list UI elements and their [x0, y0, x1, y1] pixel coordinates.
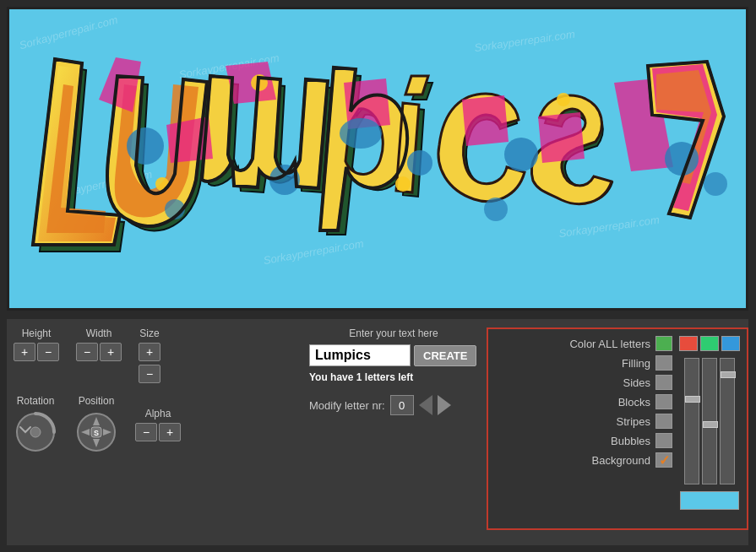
sides-swatch[interactable] [655, 375, 672, 390]
size-plus-btn[interactable]: + [139, 343, 160, 361]
alpha-minus-btn[interactable]: − [135, 423, 157, 441]
bubbles-label: Bubbles [574, 435, 650, 447]
blue-swatch[interactable] [721, 336, 740, 351]
alpha-control: Alpha − + [135, 408, 181, 441]
rgb-buttons-row [679, 336, 740, 351]
width-minus-btn[interactable]: − [76, 343, 98, 361]
slider-thumb-3[interactable] [721, 371, 736, 378]
letters-left-text: You have 1 letters left [309, 371, 478, 383]
slider-thumb-2[interactable] [703, 421, 718, 428]
svg-point-10 [557, 93, 570, 106]
bubbles-swatch[interactable] [655, 433, 672, 448]
position-control: Position S [74, 395, 118, 454]
text-input-row: CREATE [309, 344, 478, 366]
graffiti-text [9, 9, 746, 308]
modify-label: Modify letter nr: [309, 399, 385, 412]
height-plus-btn[interactable]: + [14, 343, 35, 361]
svg-point-3 [504, 138, 538, 171]
stripes-row: Stripes [495, 414, 672, 429]
svg-point-12 [704, 172, 727, 196]
svg-text:S: S [94, 429, 99, 437]
blocks-swatch[interactable] [655, 394, 672, 409]
letters-left-count: 1 [356, 371, 362, 383]
blocks-label: Blocks [574, 396, 650, 409]
slider-track-1[interactable] [684, 358, 699, 484]
sides-label: Sides [574, 376, 650, 389]
create-button[interactable]: CREATE [414, 345, 476, 366]
bubbles-row: Bubbles [495, 433, 672, 448]
slider-col-3 [720, 358, 735, 484]
filling-label: Filling [574, 357, 650, 370]
slider-col-2 [702, 358, 717, 484]
svg-point-5 [484, 198, 508, 221]
slider-track-2[interactable] [702, 358, 717, 484]
rotation-label: Rotation [17, 395, 55, 407]
background-swatch[interactable]: ✓ [655, 452, 672, 468]
width-label: Width [86, 327, 112, 339]
background-label: Background [574, 454, 650, 467]
alpha-plus-btn[interactable]: + [159, 423, 181, 441]
transform-controls: Height + − Width − + Size + − [14, 327, 301, 454]
height-label: Height [22, 327, 52, 339]
size-label: Size [139, 327, 159, 339]
stripes-swatch[interactable] [655, 414, 672, 429]
size-minus-btn[interactable]: − [139, 365, 160, 383]
background-checkmark: ✓ [659, 452, 670, 468]
modify-prev-arrow[interactable] [419, 395, 432, 415]
bottom-controls-row: Rotation Position [14, 395, 301, 454]
color-rows: Color ALL letters Filling Sides Blocks S… [495, 336, 672, 522]
svg-point-2 [407, 150, 432, 176]
slider-track-3[interactable] [720, 358, 735, 484]
svg-point-14 [30, 427, 41, 437]
red-swatch[interactable] [679, 336, 698, 351]
height-minus-btn[interactable]: − [37, 343, 59, 361]
slider-thumb-1[interactable] [685, 396, 700, 403]
stripes-label: Stripes [574, 415, 650, 428]
controls-panel: Height + − Width − + Size + − [7, 319, 748, 545]
color-all-row: Color ALL letters [495, 336, 672, 351]
top-controls-row: Height + − Width − + Size + − [14, 327, 301, 383]
text-input[interactable] [309, 344, 411, 366]
alpha-label: Alpha [145, 408, 171, 419]
graffiti-canvas: Sorkayperrepair.com Sorkayperrepair.com … [7, 7, 748, 311]
svg-point-9 [395, 176, 411, 192]
svg-point-6 [340, 118, 382, 149]
letters-left-suffix: letters left [365, 371, 413, 383]
sliders-row [684, 358, 735, 484]
position-label: Position [79, 395, 115, 407]
width-plus-btn[interactable]: + [100, 343, 122, 361]
modify-row: Modify letter nr: 0 [309, 395, 478, 415]
text-input-label: Enter your text here [309, 327, 478, 339]
modify-nr-box: 0 [390, 395, 414, 415]
text-controls: Enter your text here CREATE You have 1 l… [309, 327, 478, 415]
sides-row: Sides [495, 375, 672, 390]
slider-col-1 [684, 358, 699, 484]
color-all-swatch[interactable] [655, 336, 672, 351]
blocks-row: Blocks [495, 394, 672, 409]
position-widget[interactable]: S [74, 410, 118, 454]
background-row: Background ✓ [495, 452, 672, 468]
filling-swatch[interactable] [655, 355, 672, 371]
green-swatch[interactable] [700, 336, 719, 351]
rotation-widget[interactable] [14, 410, 57, 454]
color-panel: Color ALL letters Filling Sides Blocks S… [487, 327, 748, 530]
filling-row: Filling [495, 355, 672, 371]
width-control: Width − + [76, 327, 122, 361]
size-control: Size + − [139, 327, 160, 383]
color-all-label: Color ALL letters [569, 338, 650, 350]
rotation-control: Rotation [14, 395, 57, 454]
svg-point-0 [127, 127, 164, 165]
sliders-column [679, 336, 740, 522]
letters-left-prefix: You have [309, 371, 356, 383]
modify-next-arrow[interactable] [438, 395, 451, 415]
height-control: Height + − [14, 327, 59, 361]
color-preview[interactable] [680, 491, 739, 510]
